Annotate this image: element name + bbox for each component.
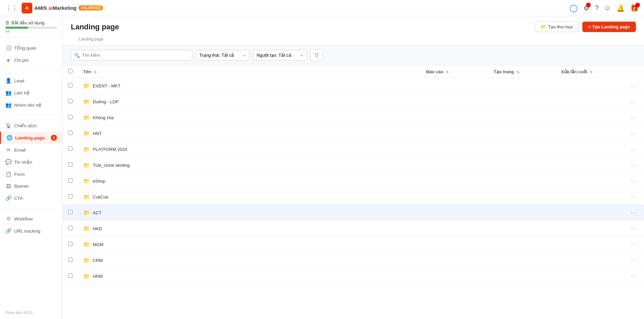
row-more-button[interactable]: ⋯ [628,113,639,122]
row-taotrang-cell [488,94,556,110]
row-more-button[interactable]: ⋯ [628,177,639,185]
grid-icon[interactable]: ⋮⋮ [5,4,18,12]
th-taotrang-label: Tạo trang [494,69,514,74]
help-icon[interactable]: ? [595,4,598,12]
sidebar-section-contacts: 👤 Lead 👥 Liên hệ 👥 Nhóm liên hệ [0,72,62,114]
select-all-checkbox[interactable] [68,69,72,73]
page-title: Landing page [71,23,119,31]
row-actions-cell: ⋯ [623,110,644,126]
row-actions-cell: ⋯ [623,268,644,284]
creator-select[interactable]: Người tạo: Tất cả [253,50,307,60]
row-name: EVENT - MKT [93,83,120,88]
row-checkbox[interactable] [68,194,72,198]
create-folder-button[interactable]: 📁 Tạo thư mục [535,22,579,32]
th-ten-label: Tên [83,69,91,74]
row-more-button[interactable]: ⋯ [628,272,639,281]
row-baocao-cell [421,205,488,221]
search-input[interactable] [71,50,192,60]
row-more-button[interactable]: ⋯ [628,240,639,249]
chat-icon[interactable]: ☺ [604,4,611,12]
row-name-cell: 📁 CRM [78,252,421,268]
row-name: CukCuk [93,194,108,200]
bell-icon[interactable]: 🔔 [616,4,625,12]
row-more-button[interactable]: ⋯ [628,97,639,106]
sidebar-item-chi-phi[interactable]: ◈ Chi phí [0,54,62,66]
row-checkbox-cell [63,237,78,252]
nhom-lien-he-icon: 👥 [5,102,11,108]
row-sua-cell [556,141,623,157]
sidebar-item-nhom-lien-he[interactable]: 👥 Nhóm liên hệ [0,99,62,111]
folder-icon: 📁 [83,99,90,105]
row-checkbox[interactable] [68,226,72,230]
name-col: 📁 CRM [83,257,415,264]
search-icon: 🔍 [74,53,80,58]
row-name: HRM [93,274,103,279]
row-more-button[interactable]: ⋯ [628,81,639,90]
sidebar-item-url-tracking[interactable]: 🔗 URL tracking [0,225,62,237]
row-more-button[interactable]: ⋯ [628,192,639,201]
row-checkbox[interactable] [68,242,72,246]
sidebar-section-campaigns: 📡 Chiến dịch 🌐 Landing page 1 ✉ Email 💬 … [0,117,62,207]
sidebar-item-lead[interactable]: 👤 Lead [0,75,62,87]
folder-icon: 📁 [83,130,90,137]
chien-dich-icon: 📡 [5,123,11,129]
sidebar-item-workflow[interactable]: ⚙ Workflow [0,213,62,225]
progress-bar-wrap [5,27,57,29]
row-more-button[interactable]: ⋯ [628,224,639,233]
row-more-button[interactable]: ⋯ [628,208,639,217]
unlimited-badge: UNLIMITED [79,5,103,10]
data-table: Tên ⇅ Báo cáo ⇅ Tạo trang ⇅ Sửa lần cu [63,65,644,284]
create-landing-page-button[interactable]: + Tạo Landing page [582,22,636,32]
row-name: Tuta_clone landing [93,163,129,168]
gift-icon[interactable]: 🎁 [630,4,639,12]
row-name: MGM [93,242,104,247]
folder-icon: 📁 [83,241,90,248]
row-checkbox[interactable] [68,273,72,278]
row-actions-cell: ⋯ [623,237,644,252]
sidebar-item-banner[interactable]: 🖼 Banner [0,180,62,192]
sidebar-item-cta[interactable]: 🔗 CTA [0,192,62,204]
sidebar-item-email[interactable]: ✉ Email [0,144,62,156]
sidebar-item-lien-he[interactable]: 👥 Liên hệ [0,87,62,99]
filter-button[interactable]: ▽ [310,49,323,61]
facebook-icon[interactable]: ◯ [569,4,578,12]
row-checkbox[interactable] [68,178,72,183]
row-more-button[interactable]: ⋯ [628,256,639,265]
sidebar-item-form[interactable]: 📋 Form [0,168,62,180]
table-row: 📁 ACT ⋯ [63,205,644,221]
row-checkbox[interactable] [68,83,72,87]
row-checkbox[interactable] [68,162,72,167]
row-checkbox[interactable] [68,99,72,103]
sidebar-item-tin-nhan[interactable]: 💬 Tin nhắn [0,156,62,168]
logo-text: AMIS aiMarketing [34,5,77,11]
sidebar-item-chien-dich[interactable]: 📡 Chiến dịch [0,119,62,132]
row-checkbox[interactable] [68,210,72,214]
folder-icon: 📁 [83,162,90,168]
page-actions: 📁 Tạo thư mục + Tạo Landing page 2 ↗ [535,22,636,32]
status-select[interactable]: Trạng thái: Tất cả [196,50,250,60]
row-sua-cell [556,205,623,221]
row-more-button[interactable]: ⋯ [628,129,639,138]
sidebar-item-tong-quan[interactable]: ⬜ Tổng quan [0,42,62,54]
row-checkbox[interactable] [68,115,72,119]
row-more-button[interactable]: ⋯ [628,161,639,169]
row-checkbox[interactable] [68,147,72,151]
row-more-button[interactable]: ⋯ [628,145,639,154]
table-row: 📁 HRM ⋯ [63,268,644,284]
row-checkbox-cell [63,126,78,141]
row-name-cell: 📁 HRM [78,268,421,284]
sidebar-item-landing-page[interactable]: 🌐 Landing page 1 [0,132,62,144]
th-baocao[interactable]: Báo cáo ⇅ [421,65,488,78]
row-name: HNT [93,131,102,136]
row-checkbox-cell [63,252,78,268]
row-taotrang-cell [488,157,556,173]
creator-select-wrap: Người tạo: Tất cả ▼ [253,50,307,60]
row-actions-cell: ⋯ [623,157,644,173]
th-ten[interactable]: Tên ⇅ [78,65,421,78]
row-checkbox[interactable] [68,258,72,262]
th-sua[interactable]: Sửa lần cuối ⇅ [556,65,623,78]
sidebar-start-label[interactable]: ☰ Bắt đầu sử dụng [5,20,57,25]
row-checkbox[interactable] [68,131,72,135]
settings-icon[interactable]: ⚙ [583,4,589,12]
th-taotrang[interactable]: Tạo trang ⇅ [488,65,556,78]
